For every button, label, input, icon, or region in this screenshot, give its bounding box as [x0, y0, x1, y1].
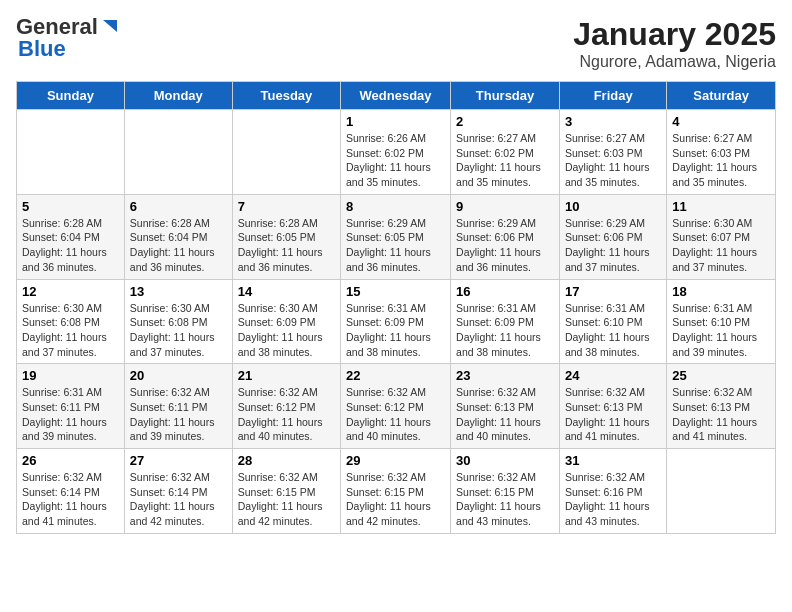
sunrise-text: Sunrise: 6:31 AM — [565, 301, 661, 316]
daylight-text: Daylight: 11 hours and 36 minutes. — [456, 245, 554, 274]
day-info: Sunrise: 6:31 AMSunset: 6:11 PMDaylight:… — [22, 385, 119, 444]
daylight-text: Daylight: 11 hours and 37 minutes. — [22, 330, 119, 359]
sunrise-text: Sunrise: 6:32 AM — [130, 385, 227, 400]
sunrise-text: Sunrise: 6:32 AM — [346, 385, 445, 400]
day-info: Sunrise: 6:32 AMSunset: 6:13 PMDaylight:… — [456, 385, 554, 444]
day-info: Sunrise: 6:29 AMSunset: 6:06 PMDaylight:… — [565, 216, 661, 275]
day-number: 22 — [346, 368, 445, 383]
sunrise-text: Sunrise: 6:28 AM — [130, 216, 227, 231]
calendar-cell: 10Sunrise: 6:29 AMSunset: 6:06 PMDayligh… — [559, 194, 666, 279]
daylight-text: Daylight: 11 hours and 39 minutes. — [22, 415, 119, 444]
calendar-cell: 26Sunrise: 6:32 AMSunset: 6:14 PMDayligh… — [17, 449, 125, 534]
calendar-week-row: 12Sunrise: 6:30 AMSunset: 6:08 PMDayligh… — [17, 279, 776, 364]
day-info: Sunrise: 6:32 AMSunset: 6:12 PMDaylight:… — [238, 385, 335, 444]
sunrise-text: Sunrise: 6:32 AM — [238, 470, 335, 485]
sunset-text: Sunset: 6:07 PM — [672, 230, 770, 245]
day-info: Sunrise: 6:32 AMSunset: 6:13 PMDaylight:… — [565, 385, 661, 444]
sunrise-text: Sunrise: 6:32 AM — [565, 470, 661, 485]
sunset-text: Sunset: 6:14 PM — [130, 485, 227, 500]
daylight-text: Daylight: 11 hours and 40 minutes. — [346, 415, 445, 444]
calendar-cell: 23Sunrise: 6:32 AMSunset: 6:13 PMDayligh… — [451, 364, 560, 449]
day-info: Sunrise: 6:29 AMSunset: 6:06 PMDaylight:… — [456, 216, 554, 275]
sunset-text: Sunset: 6:08 PM — [130, 315, 227, 330]
day-number: 3 — [565, 114, 661, 129]
logo-blue: Blue — [18, 38, 66, 60]
day-number: 10 — [565, 199, 661, 214]
day-number: 17 — [565, 284, 661, 299]
sunset-text: Sunset: 6:15 PM — [456, 485, 554, 500]
daylight-text: Daylight: 11 hours and 38 minutes. — [456, 330, 554, 359]
sunrise-text: Sunrise: 6:28 AM — [22, 216, 119, 231]
sunset-text: Sunset: 6:02 PM — [346, 146, 445, 161]
daylight-text: Daylight: 11 hours and 42 minutes. — [130, 499, 227, 528]
day-number: 13 — [130, 284, 227, 299]
calendar-cell — [232, 110, 340, 195]
day-info: Sunrise: 6:31 AMSunset: 6:10 PMDaylight:… — [672, 301, 770, 360]
calendar-cell: 19Sunrise: 6:31 AMSunset: 6:11 PMDayligh… — [17, 364, 125, 449]
calendar-cell: 27Sunrise: 6:32 AMSunset: 6:14 PMDayligh… — [124, 449, 232, 534]
calendar-cell: 11Sunrise: 6:30 AMSunset: 6:07 PMDayligh… — [667, 194, 776, 279]
day-info: Sunrise: 6:30 AMSunset: 6:08 PMDaylight:… — [22, 301, 119, 360]
day-number: 16 — [456, 284, 554, 299]
calendar-cell — [17, 110, 125, 195]
sunrise-text: Sunrise: 6:32 AM — [456, 470, 554, 485]
sunset-text: Sunset: 6:14 PM — [22, 485, 119, 500]
sunset-text: Sunset: 6:08 PM — [22, 315, 119, 330]
sunset-text: Sunset: 6:12 PM — [238, 400, 335, 415]
sunset-text: Sunset: 6:13 PM — [565, 400, 661, 415]
day-info: Sunrise: 6:32 AMSunset: 6:15 PMDaylight:… — [238, 470, 335, 529]
day-info: Sunrise: 6:27 AMSunset: 6:03 PMDaylight:… — [672, 131, 770, 190]
calendar-cell: 15Sunrise: 6:31 AMSunset: 6:09 PMDayligh… — [341, 279, 451, 364]
day-info: Sunrise: 6:28 AMSunset: 6:04 PMDaylight:… — [130, 216, 227, 275]
calendar-cell: 25Sunrise: 6:32 AMSunset: 6:13 PMDayligh… — [667, 364, 776, 449]
sunrise-text: Sunrise: 6:32 AM — [238, 385, 335, 400]
calendar-cell: 4Sunrise: 6:27 AMSunset: 6:03 PMDaylight… — [667, 110, 776, 195]
sunset-text: Sunset: 6:15 PM — [346, 485, 445, 500]
day-number: 4 — [672, 114, 770, 129]
title-area: January 2025 Ngurore, Adamawa, Nigeria — [573, 16, 776, 71]
daylight-text: Daylight: 11 hours and 38 minutes. — [346, 330, 445, 359]
day-number: 26 — [22, 453, 119, 468]
calendar-cell: 13Sunrise: 6:30 AMSunset: 6:08 PMDayligh… — [124, 279, 232, 364]
sunrise-text: Sunrise: 6:32 AM — [346, 470, 445, 485]
calendar-week-row: 1Sunrise: 6:26 AMSunset: 6:02 PMDaylight… — [17, 110, 776, 195]
sunrise-text: Sunrise: 6:31 AM — [346, 301, 445, 316]
weekday-header: Wednesday — [341, 82, 451, 110]
logo-triangle-icon — [99, 18, 117, 36]
sunrise-text: Sunrise: 6:31 AM — [456, 301, 554, 316]
sunset-text: Sunset: 6:13 PM — [456, 400, 554, 415]
day-info: Sunrise: 6:32 AMSunset: 6:14 PMDaylight:… — [22, 470, 119, 529]
sunset-text: Sunset: 6:10 PM — [565, 315, 661, 330]
calendar-cell: 31Sunrise: 6:32 AMSunset: 6:16 PMDayligh… — [559, 449, 666, 534]
sunrise-text: Sunrise: 6:26 AM — [346, 131, 445, 146]
sunset-text: Sunset: 6:10 PM — [672, 315, 770, 330]
calendar-cell: 21Sunrise: 6:32 AMSunset: 6:12 PMDayligh… — [232, 364, 340, 449]
sunset-text: Sunset: 6:04 PM — [130, 230, 227, 245]
sunset-text: Sunset: 6:09 PM — [456, 315, 554, 330]
daylight-text: Daylight: 11 hours and 36 minutes. — [346, 245, 445, 274]
daylight-text: Daylight: 11 hours and 39 minutes. — [130, 415, 227, 444]
day-info: Sunrise: 6:30 AMSunset: 6:08 PMDaylight:… — [130, 301, 227, 360]
daylight-text: Daylight: 11 hours and 43 minutes. — [565, 499, 661, 528]
day-number: 15 — [346, 284, 445, 299]
calendar-cell — [667, 449, 776, 534]
daylight-text: Daylight: 11 hours and 42 minutes. — [238, 499, 335, 528]
daylight-text: Daylight: 11 hours and 36 minutes. — [130, 245, 227, 274]
sunset-text: Sunset: 6:11 PM — [130, 400, 227, 415]
calendar-cell — [124, 110, 232, 195]
daylight-text: Daylight: 11 hours and 41 minutes. — [565, 415, 661, 444]
calendar-cell: 17Sunrise: 6:31 AMSunset: 6:10 PMDayligh… — [559, 279, 666, 364]
day-number: 2 — [456, 114, 554, 129]
calendar-cell: 9Sunrise: 6:29 AMSunset: 6:06 PMDaylight… — [451, 194, 560, 279]
day-number: 20 — [130, 368, 227, 383]
daylight-text: Daylight: 11 hours and 42 minutes. — [346, 499, 445, 528]
calendar-cell: 14Sunrise: 6:30 AMSunset: 6:09 PMDayligh… — [232, 279, 340, 364]
day-number: 30 — [456, 453, 554, 468]
sunrise-text: Sunrise: 6:29 AM — [456, 216, 554, 231]
day-info: Sunrise: 6:30 AMSunset: 6:09 PMDaylight:… — [238, 301, 335, 360]
sunset-text: Sunset: 6:03 PM — [672, 146, 770, 161]
daylight-text: Daylight: 11 hours and 36 minutes. — [238, 245, 335, 274]
calendar-cell: 8Sunrise: 6:29 AMSunset: 6:05 PMDaylight… — [341, 194, 451, 279]
day-number: 5 — [22, 199, 119, 214]
sunset-text: Sunset: 6:13 PM — [672, 400, 770, 415]
